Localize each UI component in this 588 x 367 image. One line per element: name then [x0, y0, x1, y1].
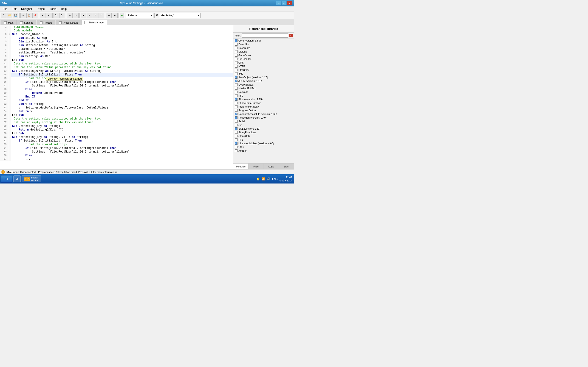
lib-checkbox[interactable]: [235, 131, 237, 134]
toolbar-paste[interactable]: 📌: [32, 13, 38, 18]
lib-checkbox[interactable]: [235, 105, 237, 108]
lib-item[interactable]: PhoneStateListener: [233, 101, 294, 105]
line-fold-3[interactable]: □: [8, 33, 11, 36]
line-fold-28[interactable]: □: [8, 124, 11, 128]
lib-item[interactable]: ✓Phone (version: 2.25): [233, 98, 294, 101]
toolbar-b3[interactable]: ◁: [67, 13, 73, 18]
toolbar-b8[interactable]: ⊕: [99, 13, 104, 18]
line-fold-31[interactable]: □: [8, 135, 11, 139]
toolbar-indent[interactable]: ⇥: [106, 13, 112, 18]
lib-item[interactable]: PreferenceActivity: [233, 105, 294, 108]
lib-checkbox[interactable]: [235, 43, 237, 46]
menu-tools[interactable]: Tools: [48, 7, 58, 11]
menu-file[interactable]: File: [1, 7, 9, 11]
toolbar-b6[interactable]: ◎: [86, 13, 92, 18]
lib-item[interactable]: GameView: [233, 53, 294, 57]
lib-checkbox[interactable]: [235, 47, 237, 49]
lib-item[interactable]: ✓SQL (version: 1.20): [233, 127, 294, 131]
lib-item[interactable]: USB: [233, 145, 294, 149]
lib-checkbox[interactable]: ✓: [235, 113, 237, 115]
lib-checkbox[interactable]: [235, 146, 237, 148]
tab-statemanager[interactable]: StateManager: [81, 20, 107, 25]
rp-tab-modules[interactable]: Modules: [233, 164, 249, 169]
taskbar-item-b4a[interactable]: B4A Basic4Android: [22, 175, 41, 182]
lib-checkbox[interactable]: ✓: [235, 76, 237, 79]
lib-checkbox[interactable]: [235, 87, 237, 90]
lib-checkbox[interactable]: [235, 149, 237, 152]
toolbar-new[interactable]: 🗋: [1, 13, 6, 18]
rp-tab-libs[interactable]: Libs: [279, 164, 294, 169]
toolbar-b1[interactable]: A↑: [53, 13, 59, 18]
tab-main[interactable]: Main: [1, 20, 17, 25]
toolbar-redo[interactable]: ↪: [46, 13, 52, 18]
lib-checkbox[interactable]: [235, 61, 237, 64]
toolbar-undo[interactable]: ↩: [40, 13, 45, 18]
lib-checkbox[interactable]: [235, 69, 237, 71]
lib-item[interactable]: DateUtils: [233, 42, 294, 46]
toolbar-cut[interactable]: ✂: [20, 13, 26, 18]
toolbar-b4[interactable]: ▷: [73, 13, 78, 18]
lib-item[interactable]: GifDecoder: [233, 57, 294, 61]
lib-checkbox[interactable]: [235, 138, 237, 141]
tab-presets[interactable]: Presets: [37, 20, 55, 25]
tab-settings[interactable]: Settings: [17, 20, 36, 25]
lib-item[interactable]: Serial: [233, 119, 294, 123]
lib-checkbox[interactable]: [235, 109, 237, 112]
lib-checkbox[interactable]: ✓: [235, 98, 237, 101]
lib-item[interactable]: ✓Reflection (version: 2.40): [233, 116, 294, 119]
taskbar-item-explorer[interactable]: 🗂: [13, 175, 21, 182]
start-button[interactable]: ⊞: [1, 175, 12, 183]
tab-presets-check[interactable]: [40, 21, 43, 24]
lib-checkbox[interactable]: [235, 91, 237, 93]
line-fold-13[interactable]: □: [8, 69, 11, 73]
lib-checkbox[interactable]: ✓: [235, 127, 237, 130]
lib-checkbox[interactable]: [235, 124, 237, 126]
lib-item[interactable]: Dialogs: [233, 50, 294, 53]
close-button[interactable]: ✕: [287, 1, 292, 5]
run-button[interactable]: ▶: [120, 13, 124, 18]
rp-tab-logs[interactable]: Logs: [264, 164, 279, 169]
lib-item[interactable]: XmlSax: [233, 149, 294, 152]
tab-main-check[interactable]: [4, 21, 7, 24]
menu-edit[interactable]: Edit: [10, 7, 18, 11]
lib-checkbox[interactable]: ✓: [235, 39, 237, 42]
libs-list[interactable]: ✓Core (version: 3.80)DateUtilsDaydreamDi…: [233, 39, 294, 163]
lib-checkbox[interactable]: [235, 135, 237, 137]
lib-checkbox[interactable]: ✓: [235, 80, 237, 82]
lib-checkbox[interactable]: ✓: [235, 142, 237, 145]
lib-item[interactable]: LiveWallpaper: [233, 83, 294, 86]
lib-item[interactable]: StringFunctions: [233, 131, 294, 134]
lib-item[interactable]: Sip: [233, 123, 294, 127]
lib-item[interactable]: NFC: [233, 94, 294, 98]
lib-item[interactable]: HttpUtils2: [233, 68, 294, 72]
maximize-button[interactable]: □: [282, 1, 287, 5]
tab-presetdetails-check[interactable]: [59, 21, 61, 24]
menu-designer[interactable]: Designer: [19, 7, 34, 11]
toolbar-copy[interactable]: 📋: [26, 13, 32, 18]
function-dropdown[interactable]: GetSetting2 SetSetting GetSetting Proces…: [159, 13, 200, 18]
lib-checkbox[interactable]: [235, 54, 237, 57]
filter-input[interactable]: [242, 33, 288, 38]
minimize-button[interactable]: ─: [276, 1, 281, 5]
lib-checkbox[interactable]: [235, 83, 237, 86]
lib-checkbox[interactable]: ✓: [235, 116, 237, 119]
lib-item[interactable]: ✓JSON (version: 1.10): [233, 79, 294, 83]
lib-item[interactable]: ✓JavaObject (version: 1.25): [233, 75, 294, 79]
toolbar-save[interactable]: 💾: [13, 13, 18, 18]
lib-item[interactable]: IME: [233, 72, 294, 75]
lib-item[interactable]: HTTP: [233, 65, 294, 68]
lib-item[interactable]: Network: [233, 90, 294, 94]
lib-checkbox[interactable]: [235, 50, 237, 53]
release-dropdown[interactable]: Release Debug: [126, 13, 153, 18]
tab-statemanager-check[interactable]: [84, 21, 87, 24]
lib-item[interactable]: GPS: [233, 61, 294, 65]
tab-presetdetails[interactable]: PresetDetails: [56, 20, 81, 25]
toolbar-b7[interactable]: ⊡: [93, 13, 98, 18]
lib-item[interactable]: StringUtils: [233, 134, 294, 138]
code-area[interactable]: 1'StateManager v1.112'Code module3□Sub P…: [0, 25, 233, 169]
lib-item[interactable]: MaskedEditText: [233, 86, 294, 90]
lib-item[interactable]: ✓UltimateListView (version: 4.00): [233, 142, 294, 145]
lib-item[interactable]: TTS: [233, 138, 294, 142]
lib-checkbox[interactable]: [235, 72, 237, 75]
lib-checkbox[interactable]: [235, 65, 237, 68]
